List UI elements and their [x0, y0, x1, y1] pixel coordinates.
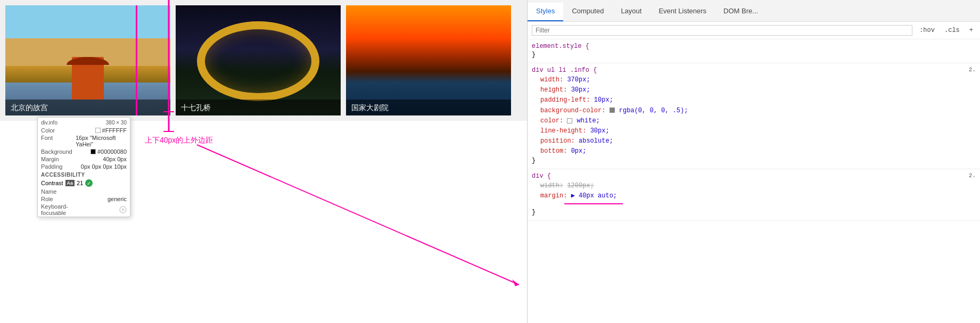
prop-val-height: 30px;	[571, 86, 590, 94]
cls-button[interactable]: .cls	[942, 25, 962, 36]
color-swatch-text	[567, 118, 572, 123]
gallery: 北京的故宫 十七孔桥 国家大剧院	[0, 0, 527, 121]
inspector-label-role: Role	[41, 196, 76, 202]
inspector-row-name: Name	[38, 188, 130, 195]
gallery-image-3	[346, 5, 511, 115]
contrast-aa-badge: Aa	[65, 180, 75, 186]
gallery-image-2	[176, 5, 341, 115]
inspector-value-color: #FFFFFF	[95, 127, 127, 134]
pink-underline	[564, 203, 623, 204]
prop-val-padding-left: 10px;	[594, 96, 613, 104]
browser-content: 北京的故宫 十七孔桥 国家大剧院 上下40px的上外边距 div.info	[0, 0, 527, 323]
css-closing-3: }	[532, 209, 976, 216]
keyboard-focusable-icon	[119, 206, 127, 213]
contrast-check-icon: ✓	[85, 179, 93, 187]
inspector-accessibility-header: ACCESSIBILITY	[38, 170, 130, 178]
prop-name-div-width: width:	[540, 182, 563, 189]
inspector-row-color: Color #FFFFFF	[38, 127, 130, 134]
css-source-1: 2.	[969, 67, 976, 73]
inspector-row-font: Font 16px "Microsoft YaHei"	[38, 134, 130, 148]
inspector-value-bg: #00000080	[90, 148, 127, 155]
gallery-title-1: 北京的故宫	[5, 100, 170, 115]
inspector-label-keyboard: Keyboard-focusable	[41, 203, 76, 216]
gallery-item-2: 十七孔桥	[176, 5, 341, 115]
selector-text: element.style {	[532, 43, 589, 50]
gallery-item-1: 北京的故宫	[5, 5, 170, 115]
inspector-contrast-row: Contrast Aa 21 ✓	[38, 178, 130, 188]
hov-button[interactable]: :hov	[917, 25, 937, 36]
css-prop-width: width: 370px;	[532, 75, 976, 85]
rule-div: div { 2. width: 1200px; margin: ▶ 40px a…	[528, 169, 980, 221]
prop-val-div-margin: ▶ 40px auto;	[571, 192, 617, 200]
rule-div-ul-li-info: div ul li .info { 2. width: 370px; heigh…	[528, 63, 980, 169]
color-swatch-white	[95, 128, 101, 133]
prop-name-position: position:	[540, 137, 575, 145]
css-closing-2: }	[532, 157, 976, 164]
tab-layout[interactable]: Layout	[612, 3, 650, 21]
prop-val-position: absolute;	[579, 137, 613, 145]
css-selector-element-style: element.style {	[532, 42, 976, 51]
selector-text-info: div ul li .info {	[532, 67, 597, 74]
inspector-dimensions: 380 × 30	[106, 120, 127, 126]
prop-val-bg-color: rgba(0, 0, 0, .5);	[610, 107, 688, 114]
tab-dom-breakpoints[interactable]: DOM Bre...	[715, 3, 767, 21]
inspector-label-font: Font	[41, 135, 76, 147]
css-prop-color: color: white;	[532, 116, 976, 126]
css-prop-position: position: absolute;	[532, 136, 976, 146]
devtools-tabs: Styles Computed Layout Event Listeners D…	[528, 0, 980, 22]
prop-name-color: color:	[540, 117, 563, 125]
filter-buttons: :hov .cls +	[917, 25, 976, 36]
plus-button[interactable]: +	[967, 25, 976, 36]
prop-name-bg-color: background-color:	[540, 107, 605, 114]
selector-text-div: div {	[532, 172, 551, 180]
tab-event-listeners[interactable]: Event Listeners	[650, 3, 715, 21]
inspector-title: div.info 380 × 30	[38, 118, 130, 127]
inspector-element-name: div.info	[41, 120, 57, 126]
styles-panel[interactable]: :hov .cls + element.style { } div ul li …	[528, 22, 980, 323]
gallery-image-1	[5, 5, 170, 115]
bg-color-swatch	[610, 107, 615, 113]
devtools-panel: Styles Computed Layout Event Listeners D…	[527, 0, 980, 323]
inspector-value-margin: 40px 0px	[103, 156, 127, 162]
gallery-title-2: 十七孔桥	[176, 100, 341, 115]
inspector-row-margin: Margin 40px 0px	[38, 155, 130, 163]
inspector-label-margin: Margin	[41, 156, 76, 162]
prop-val-div-width: 1200px;	[567, 182, 594, 189]
color-swatch-black	[90, 149, 96, 154]
svg-marker-5	[512, 279, 519, 286]
inspector-value-role: generic	[108, 196, 127, 202]
rule-element-style: element.style { }	[528, 39, 980, 63]
css-closing-1: }	[532, 51, 976, 59]
margin-underline	[540, 199, 976, 206]
css-selector-info: div ul li .info { 2.	[532, 65, 976, 75]
pink-marker-top	[136, 5, 137, 115]
svg-line-4	[197, 145, 519, 285]
inspector-label-padding: Padding	[41, 163, 76, 170]
inspector-row-padding: Padding 0px 0px 0px 10px	[38, 163, 130, 170]
inspector-label-name: Name	[41, 188, 76, 195]
gallery-item-3: 国家大剧院	[346, 5, 511, 115]
prop-val-line-height: 30px;	[590, 127, 610, 135]
filter-input-wrapper[interactable]	[532, 25, 912, 36]
inspector-row-bg: Background #00000080	[38, 148, 130, 155]
inspector-value-padding: 0px 0px 0px 10px	[81, 163, 127, 170]
prop-name-bottom: bottom:	[540, 147, 567, 155]
inspector-label-bg: Background	[41, 148, 76, 155]
inspector-value-keyboard	[119, 203, 127, 216]
gallery-title-3: 国家大剧院	[346, 100, 511, 115]
tab-computed[interactable]: Computed	[563, 3, 612, 21]
devtools-body: :hov .cls + element.style { } div ul li …	[528, 22, 980, 323]
expand-triangle-icon: ▶	[571, 192, 575, 200]
css-prop-padding-left: padding-left: 10px;	[532, 95, 976, 105]
filter-input[interactable]	[536, 27, 909, 34]
css-prop-height: height: 30px;	[532, 85, 976, 95]
css-prop-background-color: background-color: rgba(0, 0, 0, .5);	[532, 106, 976, 116]
inspector-contrast-label: Contrast	[41, 180, 63, 186]
annotation-text: 上下40px的上外边距	[145, 136, 213, 145]
inspector-box: div.info 380 × 30 Color #FFFFFF Font 16p…	[37, 117, 130, 217]
prop-val-color: white;	[567, 117, 599, 125]
prop-name-padding-left: padding-left:	[540, 96, 590, 104]
contrast-value: 21	[77, 180, 83, 186]
inspector-row-keyboard: Keyboard-focusable	[38, 203, 130, 217]
tab-styles[interactable]: Styles	[528, 3, 563, 21]
